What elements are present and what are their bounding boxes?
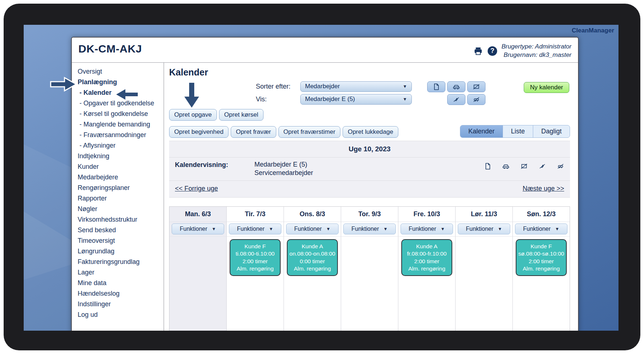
sidebar-item-medarbejdere[interactable]: Medarbejdere (78, 172, 164, 183)
calendar-view-value: Medarbejder E (5) Servicemedarbejder (254, 160, 313, 178)
sidebar-item-aflysninger[interactable]: - Aflysninger (78, 140, 164, 151)
car-icon (453, 83, 460, 90)
chevron-down-icon: ▼ (212, 226, 216, 232)
tab-dagligt[interactable]: Dagligt (533, 125, 570, 137)
sidebar-item-opgaver-til-godkendelse[interactable]: - Opgaver til godkendelse (78, 98, 164, 109)
event-hours: 2:00 timer (403, 258, 451, 265)
sidebar-item-haendelseslog[interactable]: Hændelseslog (78, 288, 164, 299)
new-calendar-button[interactable]: Ny kalender (524, 82, 569, 93)
day-header-ons: Ons. 8/3 (284, 207, 341, 222)
document-button[interactable] (427, 81, 445, 92)
sidebar-item-log-ud[interactable]: Log ud (78, 310, 164, 320)
day-cell-tir[interactable]: Kunde F ti.08:00-ti.10:00 2:00 timer Alm… (226, 237, 284, 331)
prev-week-link[interactable]: << Forrige uge (175, 185, 218, 192)
tab-kalender[interactable]: Kalender (460, 125, 503, 137)
user-name-label: Brugernavn: dk3_master (501, 51, 571, 59)
user-type-label: Brugertype: Administrator (501, 43, 571, 51)
create-closed-days-button[interactable]: Opret lukkedage (343, 126, 398, 138)
driving-button[interactable] (447, 81, 465, 92)
events-row: Kunde F ti.08:00-ti.10:00 2:00 timer Alm… (169, 237, 570, 331)
view-select-value: Medarbejder E (5) (305, 96, 355, 103)
sidebar-item-fravaersanmodninger[interactable]: - Fraværsanmodninger (78, 130, 164, 140)
functions-dropdown[interactable]: Funktioner▼ (515, 223, 567, 234)
functions-dropdown[interactable]: Funktioner▼ (172, 223, 224, 234)
day-cell-loer[interactable] (455, 237, 512, 331)
create-buttons-row-1: Opret opgave Opret kørsel (169, 109, 570, 121)
calendar-view-line1: Medarbejder E (5) (254, 160, 313, 169)
car-icon[interactable] (502, 163, 510, 170)
functions-dropdown[interactable]: Funktioner▼ (458, 223, 510, 234)
crossed-car-icon[interactable] (557, 163, 564, 170)
sidebar-item-loengrundlag[interactable]: Løngrundlag (78, 246, 164, 257)
functions-dropdown[interactable]: Funktioner▼ (343, 223, 396, 234)
hide-tasks-button[interactable] (467, 81, 485, 92)
functions-label: Funktioner (466, 226, 493, 232)
sidebar-item-lager[interactable]: Lager (78, 267, 164, 278)
functions-label: Funktioner (523, 226, 551, 232)
chevron-down-icon: ▼ (441, 226, 445, 232)
day-cell-tor[interactable] (341, 237, 398, 331)
create-driving-button[interactable]: Opret kørsel (219, 109, 264, 121)
day-header-man: Man. 6/3 (169, 207, 226, 222)
view-select[interactable]: Medarbejder E (5) ▼ (300, 94, 412, 105)
hide-absence-button[interactable] (447, 94, 465, 105)
event-task: Alm. rengøring (517, 265, 565, 272)
functions-dropdown[interactable]: Funktioner▼ (229, 223, 281, 234)
sidebar-item-send-besked[interactable]: Send besked (78, 225, 164, 236)
calendar-event[interactable]: Kunde A on.08:00-on.08:00 0:00 timer Alm… (287, 239, 338, 276)
create-event-button[interactable]: Opret begivenhed (169, 126, 229, 138)
sidebar-item-manglende-bemanding[interactable]: - Manglende bemanding (78, 119, 164, 130)
event-customer: Kunde F (231, 243, 279, 250)
functions-dropdown[interactable]: Funktioner▼ (286, 223, 339, 234)
event-hours: 0:00 timer (288, 258, 336, 265)
event-customer: Kunde A (403, 243, 451, 250)
create-absence-button[interactable]: Opret fravær (231, 126, 276, 138)
sidebar-item-indstillinger[interactable]: Indstillinger (78, 299, 164, 310)
hide-driving-button[interactable] (467, 94, 485, 105)
sidebar-item-noegler[interactable]: Nøgler (78, 204, 164, 214)
event-task: Alm. rengøring (288, 265, 336, 272)
create-task-button[interactable]: Opret opgave (169, 109, 217, 121)
sidebar-item-mine-data[interactable]: Mine data (78, 278, 164, 288)
crossed-rectangle-icon[interactable] (520, 163, 528, 170)
calendar-view-label: Kalendervisning: (175, 160, 254, 169)
document-icon[interactable] (484, 163, 491, 170)
help-icon[interactable]: ? (488, 46, 497, 56)
sort-select[interactable]: Medarbejder ▼ (300, 81, 412, 92)
day-cell-fre[interactable]: Kunde A fr.08:00-fr.10:00 2:00 timer Alm… (398, 237, 455, 331)
week-navigation: << Forrige uge Næste uge >> (169, 181, 570, 198)
day-cell-ons[interactable]: Kunde A on.08:00-on.08:00 0:00 timer Alm… (284, 237, 341, 331)
calendar-event[interactable]: Kunde F ti.08:00-ti.10:00 2:00 timer Alm… (230, 239, 281, 276)
crossed-tool-icon[interactable] (539, 163, 546, 170)
calendar-event[interactable]: Kunde F sø.08:00-sø.10:00 2:00 timer Alm… (516, 239, 567, 276)
day-cell-man[interactable] (169, 237, 226, 331)
day-header-fre: Fre. 10/3 (398, 207, 455, 222)
sidebar-item-timeoversigt[interactable]: Timeoversigt (78, 236, 164, 246)
next-week-link[interactable]: Næste uge >> (523, 185, 564, 192)
sidebar-item-kunder[interactable]: Kunder (78, 162, 164, 172)
sidebar-item-planlaegning[interactable]: Planlægning (78, 77, 164, 87)
calendar-event[interactable]: Kunde A fr.08:00-fr.10:00 2:00 timer Alm… (401, 239, 452, 276)
functions-dropdown[interactable]: Funktioner▼ (401, 223, 453, 234)
window-body: Oversigt Planlægning - Kalender - Opgave… (72, 63, 578, 331)
sidebar-item-virksomhedsstruktur[interactable]: Virksomhedsstruktur (78, 214, 164, 225)
tab-liste[interactable]: Liste (503, 125, 533, 137)
day-cell-soen[interactable]: Kunde F sø.08:00-sø.10:00 2:00 timer Alm… (512, 237, 570, 331)
calendar-view-line2: Servicemedarbejder (254, 169, 313, 177)
day-header-loer: Lør. 11/3 (455, 207, 512, 222)
create-absence-hours-button[interactable]: Opret fraværstimer (278, 126, 341, 138)
sidebar-item-koersel-til-godkendelse[interactable]: - Kørsel til godkendelse (78, 109, 164, 119)
chevron-down-icon: ▼ (403, 84, 407, 89)
chevron-down-icon: ▼ (555, 226, 559, 232)
print-icon[interactable] (473, 46, 483, 56)
view-label: Vis: (256, 96, 300, 103)
sidebar-item-rengoeringsplaner[interactable]: Rengøringsplaner (78, 183, 164, 193)
sidebar-item-indtjekning[interactable]: Indtjekning (78, 151, 164, 162)
crossed-car-icon (473, 96, 480, 103)
sidebar-item-rapporter[interactable]: Rapporter (78, 193, 164, 204)
sidebar-item-oversigt[interactable]: Oversigt (78, 66, 164, 77)
event-time: fr.08:00-fr.10:00 (403, 250, 451, 257)
sidebar-item-kalender[interactable]: - Kalender (78, 87, 164, 98)
chevron-down-icon: ▼ (383, 226, 388, 232)
sidebar-item-faktureringsgrundlag[interactable]: Faktureringsgrundlag (78, 257, 164, 267)
